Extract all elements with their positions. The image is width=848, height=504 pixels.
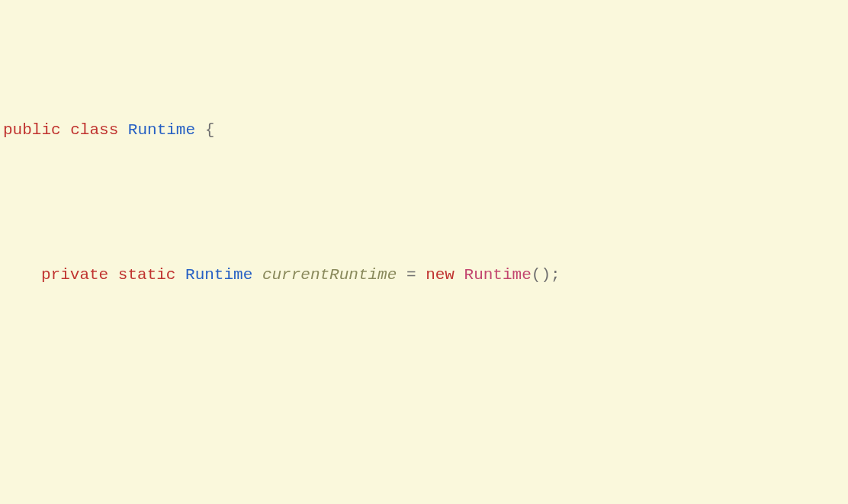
brace-open: { [205, 121, 215, 139]
keyword-new: new [426, 266, 455, 284]
type-runtime: Runtime [128, 121, 195, 139]
code-line: public class Runtime { [0, 116, 848, 145]
keyword-public: public [3, 121, 61, 139]
code-line: private static Runtime currentRuntime = … [0, 261, 848, 290]
ctor-runtime: Runtime [464, 266, 532, 284]
var-currentRuntime: currentRuntime [262, 266, 397, 284]
code-line-blank [0, 406, 848, 435]
code-editor[interactable]: public class Runtime { private static Ru… [0, 0, 848, 504]
keyword-static: static [118, 266, 176, 284]
type-runtime: Runtime [185, 266, 252, 284]
keyword-class: class [70, 121, 118, 139]
keyword-private: private [41, 266, 108, 284]
punct: (); [532, 266, 561, 284]
operator-eq: = [397, 266, 426, 284]
